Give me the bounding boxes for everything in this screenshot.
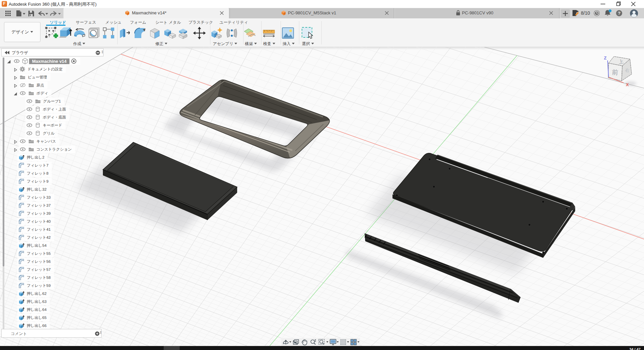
svg-text:前: 前 <box>612 68 618 76</box>
svg-text:上: 上 <box>618 58 624 65</box>
svg-text:?: ? <box>618 11 620 16</box>
svg-text:X: X <box>626 82 629 87</box>
svg-text:Z: Z <box>604 55 607 60</box>
svg-text:右: 右 <box>625 67 630 73</box>
